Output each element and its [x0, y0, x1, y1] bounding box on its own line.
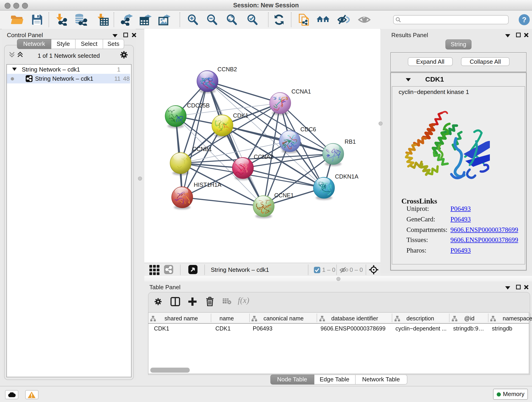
svg-text:CCNB1: CCNB1 [192, 146, 212, 152]
svg-text:?: ? [522, 16, 526, 24]
svg-text:CDC25B: CDC25B [187, 102, 210, 109]
svg-text:CDC6: CDC6 [300, 126, 316, 133]
svg-text:CCNB2: CCNB2 [217, 66, 237, 72]
svg-text:CDKN1A: CDKN1A [335, 173, 358, 180]
svg-text:CCNE1: CCNE1 [274, 192, 294, 198]
svg-text:CCNA1: CCNA1 [291, 88, 311, 95]
svg-text:CDK1: CDK1 [233, 112, 248, 119]
svg-text:CCNA2: CCNA2 [254, 153, 273, 160]
svg-text:RB1: RB1 [345, 138, 356, 145]
svg-text:HIST1H1A: HIST1H1A [194, 182, 222, 188]
